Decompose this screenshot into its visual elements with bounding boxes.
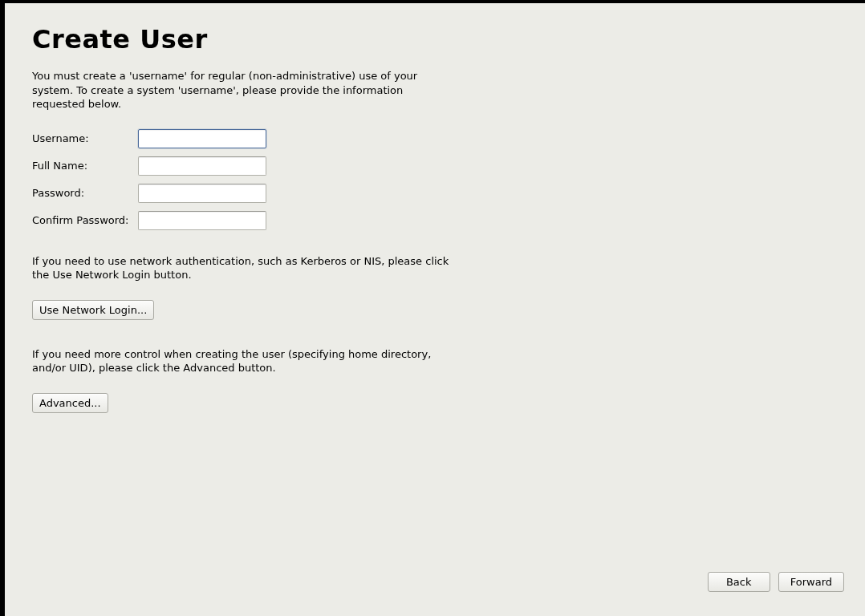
label-username: Username: xyxy=(32,132,138,144)
use-network-login-button[interactable]: Use Network Login... xyxy=(32,300,154,320)
label-password: Password: xyxy=(32,187,138,199)
advanced-hint: If you need more control when creating t… xyxy=(32,347,457,375)
row-password: Password: xyxy=(32,184,838,203)
forward-button[interactable]: Forward xyxy=(778,572,844,592)
network-button-row: Use Network Login... xyxy=(32,300,838,320)
username-input[interactable] xyxy=(138,129,266,148)
row-fullname: Full Name: xyxy=(32,156,838,176)
password-input[interactable] xyxy=(138,184,266,203)
advanced-button-row: Advanced... xyxy=(32,393,838,413)
confirm-password-input[interactable] xyxy=(138,211,266,230)
row-username: Username: xyxy=(32,129,838,148)
create-user-panel: Create User You must create a 'username'… xyxy=(5,3,865,616)
back-button[interactable]: Back xyxy=(708,572,770,592)
advanced-button[interactable]: Advanced... xyxy=(32,393,108,413)
page-description: You must create a 'username' for regular… xyxy=(32,69,457,111)
user-form: Username: Full Name: Password: Confirm P… xyxy=(32,129,838,230)
fullname-input[interactable] xyxy=(138,156,266,176)
label-confirm: Confirm Password: xyxy=(32,214,138,226)
row-confirm: Confirm Password: xyxy=(32,211,838,230)
label-fullname: Full Name: xyxy=(32,160,138,172)
page-title: Create User xyxy=(32,24,838,55)
network-hint: If you need to use network authenticatio… xyxy=(32,254,457,282)
nav-bar: Back Forward xyxy=(708,572,844,592)
